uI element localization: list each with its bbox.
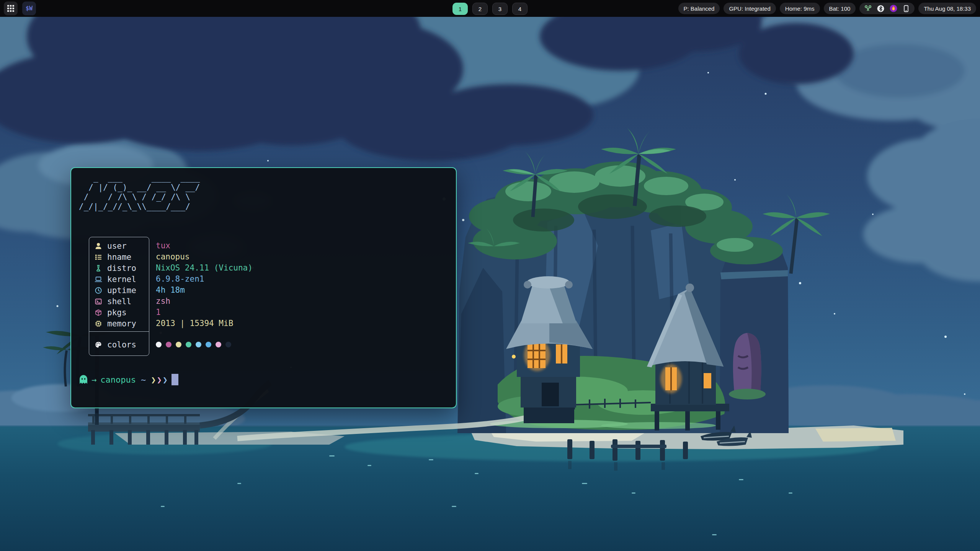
chip-icon [94, 320, 103, 328]
gpu-label: GPU: Integrated [729, 5, 770, 12]
prompt-chevron: ❯ [163, 375, 168, 385]
apps-grid-icon [7, 5, 14, 12]
clock-label: Thu Aug 08, 18:33 [924, 5, 971, 12]
workspace-1[interactable]: 1 [452, 3, 468, 15]
topbar-right-group: P: Balanced GPU: Integrated Home: 9ms Ba… [678, 3, 976, 14]
flameshot-icon[interactable] [890, 5, 897, 12]
fetch-info: user hname distro kernel uptime [89, 237, 253, 356]
color-swatch [176, 342, 181, 347]
fetch-label: uptime [107, 286, 136, 295]
fetch-row-hname: hname [89, 251, 149, 262]
fetch-row-shell: shell [89, 296, 149, 307]
prompt-chevron: ❯ [151, 375, 156, 385]
value-memory: 2013 | 15394 MiB [156, 318, 253, 329]
fetch-label: distro [107, 264, 136, 273]
palette-icon [94, 341, 103, 349]
clock-pill[interactable]: Thu Aug 08, 18:33 [918, 3, 976, 14]
text-cursor[interactable] [172, 374, 178, 385]
system-tray [859, 3, 915, 14]
topbar-left-group: $W [4, 2, 36, 15]
ping-pill[interactable]: Home: 9ms [780, 3, 820, 14]
prompt-host: canopus [100, 375, 136, 385]
value-pkgs: 1 [156, 306, 253, 318]
color-swatch [216, 342, 221, 347]
phone-icon[interactable] [903, 5, 910, 12]
scissors-icon[interactable] [864, 5, 872, 12]
package-icon [94, 309, 103, 316]
value-uptime: 4h 18m [156, 284, 253, 295]
prompt-chevron: ❯ [157, 375, 162, 385]
nixos-ascii-logo: _ ___ ____ ____ / |/ (_)_ __/ __ \/ __/ … [79, 173, 200, 212]
value-kernel: 6.9.8-zen1 [156, 273, 253, 284]
workspace-2[interactable]: 2 [472, 3, 488, 15]
terminal-window[interactable]: _ ___ ____ ____ / |/ (_)_ __/ __ \/ __/ … [70, 167, 457, 408]
workspace-4-label: 4 [518, 6, 521, 12]
fetch-label: pkgs [107, 308, 127, 317]
color-swatch [206, 342, 211, 347]
list-icon [94, 253, 103, 261]
gpu-pill[interactable]: GPU: Integrated [724, 3, 776, 14]
power-profile-pill[interactable]: P: Balanced [678, 3, 720, 14]
color-swatch [225, 342, 231, 347]
terminal-icon [94, 298, 103, 305]
special-workspace-button[interactable]: $W [22, 2, 36, 15]
value-hname: canopus [156, 251, 253, 262]
color-swatch [186, 342, 191, 347]
battery-pill[interactable]: Bat: 100 [824, 3, 856, 14]
top-bar: $W 1 2 3 4 P: Balanced GPU: Integrated H… [0, 0, 980, 17]
fetch-label: hname [107, 253, 131, 262]
workspace-2-label: 2 [479, 6, 482, 12]
fetch-row-colors: colors [89, 334, 149, 355]
fetch-label: colors [107, 340, 136, 349]
prompt-path: ~ [141, 375, 146, 385]
value-distro: NixOS 24.11 (Vicuna) [156, 262, 253, 273]
power-profile-label: P: Balanced [684, 5, 715, 12]
fetch-row-uptime: uptime [89, 285, 149, 296]
value-shell: zsh [156, 295, 253, 306]
bluetooth-icon[interactable] [877, 5, 884, 12]
fetch-label: shell [107, 297, 131, 306]
terminal-color-swatches [156, 334, 253, 355]
workspace-3-label: 3 [498, 6, 501, 12]
fetch-divider [89, 331, 149, 332]
laptop-icon [94, 276, 103, 283]
ping-label: Home: 9ms [785, 5, 815, 12]
shell-prompt[interactable]: → canopus ~ ❯ ❯ ❯ [79, 373, 178, 386]
ghost-icon [79, 375, 88, 385]
flask-icon [94, 264, 103, 272]
color-swatch [196, 342, 201, 347]
value-user: tux [156, 240, 253, 251]
fetch-row-memory: memory [89, 318, 149, 329]
special-workspace-label: $W [26, 5, 33, 12]
fetch-row-distro: distro [89, 262, 149, 274]
color-swatch [156, 342, 162, 347]
app-launcher-button[interactable] [4, 2, 18, 15]
battery-label: Bat: 100 [829, 5, 851, 12]
user-icon [94, 242, 103, 250]
workspace-4[interactable]: 4 [512, 3, 528, 15]
fetch-row-user: user [89, 240, 149, 251]
fetch-label: memory [107, 319, 136, 328]
clock-icon [94, 287, 103, 294]
workspace-1-label: 1 [459, 6, 462, 12]
fetch-row-kernel: kernel [89, 274, 149, 285]
fetch-label: kernel [107, 275, 136, 284]
fetch-label: user [107, 241, 127, 251]
workspace-3[interactable]: 3 [492, 3, 508, 15]
fetch-label-box: user hname distro kernel uptime [89, 237, 149, 356]
fetch-row-pkgs: pkgs [89, 307, 149, 318]
fetch-values: tux canopus NixOS 24.11 (Vicuna) 6.9.8-z… [156, 237, 253, 356]
workspace-switcher: 1 2 3 4 [452, 3, 528, 15]
prompt-arrow: → [91, 375, 96, 385]
color-swatch [166, 342, 172, 347]
